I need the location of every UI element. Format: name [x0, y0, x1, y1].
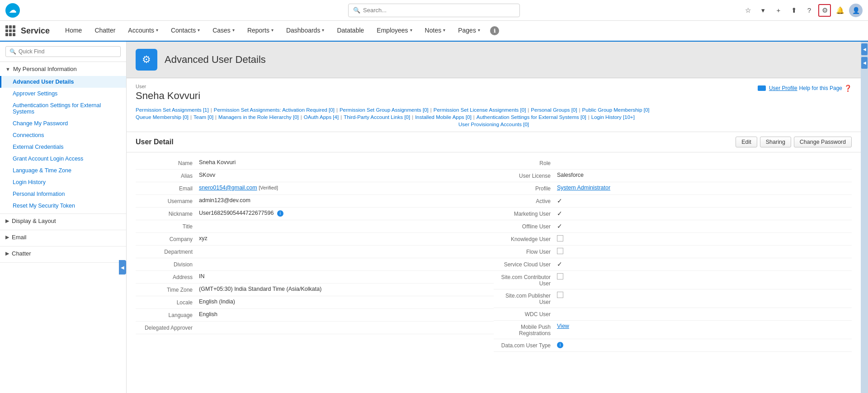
sidebar-section-header-email[interactable]: Email [0, 230, 126, 244]
grid-dot [9, 33, 12, 36]
sidebar-item-language-timezone[interactable]: Language & Time Zone [0, 165, 126, 176]
user-full-name: Sneha Kovvuri [136, 90, 852, 102]
content-body: User Sneha Kovvuri User Profile Help for… [127, 78, 861, 393]
profile-link[interactable]: System Administrator [557, 185, 610, 191]
search-input[interactable] [363, 7, 515, 14]
field-label-language: Language [136, 311, 199, 318]
avatar-icon: 👤 [852, 7, 860, 14]
search-icon: 🔍 [353, 7, 360, 14]
nav-item-datatable[interactable]: Datatable [330, 21, 370, 41]
nav-item-reports[interactable]: Reports ▾ [241, 21, 280, 41]
breadcrumb-public-group[interactable]: Public Group Membership [0] [582, 107, 650, 113]
salesforce-logo[interactable]: ☁ [5, 3, 20, 18]
nav-item-home[interactable]: Home [59, 21, 88, 41]
help-link-text[interactable]: Help for this Page [799, 85, 842, 91]
info-icon-datacom[interactable]: i [557, 342, 563, 348]
breadcrumb-managers[interactable]: Managers in the Role Hierarchy [0] [218, 114, 299, 120]
favorites-button[interactable]: ☆ [741, 4, 754, 17]
help-question-icon: ❓ [844, 85, 852, 92]
breadcrumb-links-3: User Provisioning Accounts [0] [136, 122, 852, 129]
sidebar-item-connections[interactable]: Connections [0, 129, 126, 141]
nav-item-pages[interactable]: Pages ▾ [452, 21, 486, 41]
global-search-bar[interactable]: 🔍 [348, 4, 520, 17]
grid-dot [13, 29, 15, 33]
table-row: Delegated Approver [136, 322, 494, 334]
sidebar-item-label: Personal Information [13, 191, 65, 197]
sidebar-item-approver-settings[interactable]: Approver Settings [0, 88, 126, 99]
field-label-offline-user: Offline User [494, 223, 557, 230]
nav-item-contacts[interactable]: Contacts ▾ [165, 21, 206, 41]
settings-button[interactable]: ⚙ [818, 4, 831, 17]
field-label-locale: Locale [136, 298, 199, 306]
sidebar-item-personal-information[interactable]: Personal Information [0, 188, 126, 200]
edit-button[interactable]: Edit [736, 137, 757, 147]
notifications-button[interactable]: 🔔 [834, 4, 846, 17]
sep: | [211, 107, 212, 113]
table-row: Department [136, 246, 494, 258]
sidebar-section-header-display-layout[interactable]: Display & Layout [0, 214, 126, 228]
nav-item-accounts[interactable]: Accounts ▾ [122, 21, 165, 41]
field-label-service-cloud-user: Service Cloud User [494, 260, 557, 268]
field-label-company: Company [136, 235, 199, 242]
quick-find-input[interactable] [19, 48, 117, 55]
quick-find-input-wrapper[interactable]: 🔍 [5, 46, 121, 57]
sidebar-item-change-password[interactable]: Change My Password [0, 118, 126, 129]
table-row: Knowledge User [494, 233, 852, 246]
nav-item-notes[interactable]: Notes ▾ [419, 21, 452, 41]
breadcrumb-installed-apps[interactable]: Installed Mobile Apps [0] [415, 114, 472, 120]
change-password-button[interactable]: Change Password [794, 137, 852, 147]
breadcrumb-permission-set[interactable]: Permission Set Assignments [1] [136, 107, 209, 113]
right-panel-toggle-1[interactable]: ◀ [861, 43, 868, 55]
table-row: Language English [136, 309, 494, 322]
accounts-nav-label: Accounts [128, 27, 154, 34]
email-link[interactable]: snero0154@gmail.com [199, 185, 257, 191]
favorites-dropdown[interactable]: ▾ [757, 4, 769, 17]
user-avatar[interactable]: 👤 [849, 4, 863, 17]
nav-item-employees[interactable]: Employees ▾ [370, 21, 418, 41]
profile-link-text[interactable]: User Profile [769, 85, 797, 91]
sidebar-item-label: Approver Settings [13, 90, 57, 97]
sidebar-item-login-history[interactable]: Login History [0, 176, 126, 188]
sidebar-item-label: External Credentials [13, 144, 64, 150]
right-panel-toggle-2[interactable]: ◀ [861, 57, 868, 69]
breadcrumb-oauth[interactable]: OAuth Apps [4] [304, 114, 339, 120]
mobile-push-link[interactable]: View [557, 323, 569, 329]
sharing-button[interactable]: Sharing [760, 137, 791, 147]
body-container: 🔍 My Personal Information Advanced User … [0, 42, 868, 393]
sidebar-section-header-my-personal-info[interactable]: My Personal Information [0, 62, 126, 76]
breadcrumb-team[interactable]: Team [0] [193, 114, 213, 120]
quick-find-section: 🔍 [0, 42, 126, 62]
nav-item-chatter[interactable]: Chatter [88, 21, 122, 41]
breadcrumb-user-provisioning[interactable]: User Provisioning Accounts [0] [458, 122, 529, 127]
info-icon[interactable]: i [277, 210, 283, 217]
field-value-user-license: Salesforce [557, 172, 852, 178]
sidebar-item-advanced-user-details[interactable]: Advanced User Details [0, 76, 126, 88]
setup-button[interactable]: ⬆ [788, 4, 800, 17]
nav-info-icon[interactable]: ℹ [490, 26, 499, 35]
create-button[interactable]: + [772, 4, 785, 17]
user-profile-help-link[interactable]: User Profile Help for this Page ❓ [758, 85, 852, 92]
sidebar-item-grant-account-login[interactable]: Grant Account Login Access [0, 153, 126, 165]
breadcrumb-personal-groups[interactable]: Personal Groups [0] [531, 107, 577, 113]
field-label-datacom-user-type: Data.com User Type [494, 341, 557, 349]
sidebar-item-external-credentials[interactable]: External Credentials [0, 141, 126, 153]
datatable-nav-label: Datatable [337, 27, 364, 34]
app-launcher-button[interactable] [5, 25, 16, 36]
table-row: User License Salesforce [494, 170, 852, 182]
breadcrumb-links-2: Queue Membership [0] | Team [0] | Manage… [136, 114, 852, 122]
breadcrumb-login-history[interactable]: Login History [10+] [591, 114, 635, 120]
sidebar-item-reset-security-token[interactable]: Reset My Security Token [0, 200, 126, 212]
breadcrumb-permission-set-activation[interactable]: Permission Set Assignments: Activation R… [214, 107, 335, 113]
breadcrumb-queue[interactable]: Queue Membership [0] [136, 114, 189, 120]
sidebar-section-header-chatter[interactable]: Chatter [0, 246, 126, 260]
sidebar-item-label: Grant Account Login Access [13, 156, 83, 162]
help-button[interactable]: ? [803, 4, 816, 17]
sidebar-item-auth-settings[interactable]: Authentication Settings for External Sys… [0, 99, 126, 118]
nav-item-dashboards[interactable]: Dashboards ▾ [280, 21, 331, 41]
breadcrumb-permission-set-group[interactable]: Permission Set Group Assignments [0] [340, 107, 429, 113]
nav-item-cases[interactable]: Cases ▾ [206, 21, 241, 41]
breadcrumb-permission-set-license[interactable]: Permission Set License Assignments [0] [434, 107, 526, 113]
breadcrumb-auth-ext[interactable]: Authentication Settings for External Sys… [476, 114, 586, 120]
breadcrumb-third-party[interactable]: Third-Party Account Links [0] [344, 114, 410, 120]
sidebar-collapse-handle[interactable]: ◀ [119, 260, 126, 275]
